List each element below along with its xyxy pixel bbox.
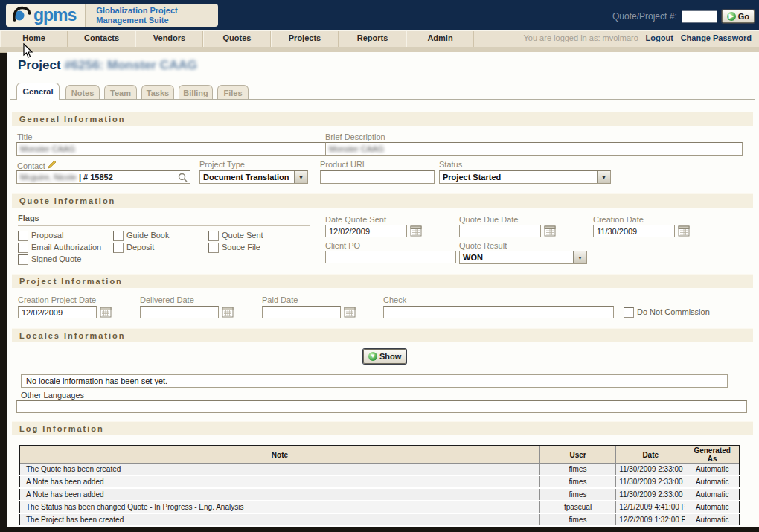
date-quote-sent-calendar-icon[interactable] bbox=[410, 225, 422, 237]
product-url-input[interactable] bbox=[320, 170, 435, 184]
quote-due-date-label: Quote Due Date bbox=[459, 215, 519, 224]
nav-item-home[interactable]: Home bbox=[0, 31, 68, 47]
app-title: Globalization Project Management Suite bbox=[85, 4, 218, 27]
tab-general[interactable]: General bbox=[16, 83, 60, 100]
title-input[interactable]: Monster CAAG bbox=[16, 142, 326, 156]
contact-input[interactable]: Mcguire, Nicole | # 15852 bbox=[16, 170, 190, 184]
section-log-information: Log Information bbox=[12, 421, 753, 435]
delivered-date-label: Delivered Date bbox=[140, 295, 194, 304]
tab-divider bbox=[10, 99, 755, 100]
top-banner: gpms Globalization Project Management Su… bbox=[0, 0, 759, 30]
tab-team[interactable]: Team bbox=[104, 85, 137, 100]
flag-email-authorization-label: Email Authorization bbox=[31, 243, 101, 251]
creation-project-date-calendar-icon[interactable] bbox=[100, 307, 112, 318]
nav-item-quotes[interactable]: Quotes bbox=[203, 31, 271, 47]
quote-result-dropdown-arrow-icon[interactable]: ▼ bbox=[573, 251, 586, 263]
edit-pencil-icon[interactable] bbox=[48, 160, 57, 170]
creation-date-input[interactable]: 11/30/2009 bbox=[593, 225, 675, 237]
log-generated-as: Automatic bbox=[685, 475, 740, 488]
quote-result-label: Quote Result bbox=[459, 241, 507, 250]
project-type-select[interactable]: Document Translation ▼ bbox=[199, 170, 308, 184]
log-date: 11/30/2009 2:33:00 PM bbox=[616, 488, 685, 501]
log-date: 11/30/2009 2:33:00 PM bbox=[616, 464, 685, 476]
status-dropdown-arrow-icon[interactable]: ▼ bbox=[597, 171, 610, 183]
log-generated-as: Automatic bbox=[685, 464, 740, 476]
quote-result-select[interactable]: WON ▼ bbox=[459, 251, 587, 264]
flag-guide-book-checkbox[interactable] bbox=[113, 231, 124, 241]
page-title: Project #6256: Monster CAAG bbox=[18, 58, 197, 73]
section-project-information: Project Information bbox=[12, 274, 753, 288]
log-note: The Project has been created bbox=[19, 513, 539, 526]
tab-tasks[interactable]: Tasks bbox=[141, 85, 174, 100]
brief-description-value: Monster CAAG bbox=[329, 144, 384, 153]
app-window: gpms Globalization Project Management Su… bbox=[0, 0, 759, 532]
paid-date-calendar-icon[interactable] bbox=[344, 307, 356, 318]
flag-souce-file-checkbox[interactable] bbox=[208, 243, 219, 253]
log-user: fimes bbox=[539, 488, 615, 501]
check-input[interactable] bbox=[383, 306, 614, 318]
section-quote-information: Quote Information bbox=[12, 193, 753, 208]
quote-project-input[interactable] bbox=[682, 10, 717, 23]
flag-email-authorization: Email Authorization bbox=[18, 243, 101, 253]
log-note: A Note has been added bbox=[19, 488, 539, 501]
brief-description-input[interactable]: Monster CAAG bbox=[325, 142, 743, 156]
flag-signed-quote-label: Signed Quote bbox=[31, 254, 81, 263]
delivered-date-calendar-icon[interactable] bbox=[222, 307, 234, 318]
show-icon: ▼ bbox=[368, 352, 377, 361]
date-quote-sent-input[interactable]: 12/02/2009 bbox=[325, 225, 407, 237]
nav-item-vendors[interactable]: Vendors bbox=[135, 31, 203, 47]
date-quote-sent-label: Date Quote Sent bbox=[325, 215, 386, 224]
creation-project-date-label: Creation Project Date bbox=[18, 295, 96, 304]
flag-quote-sent-checkbox[interactable] bbox=[208, 231, 219, 241]
flag-guide-book-label: Guide Book bbox=[126, 231, 169, 240]
date-quote-sent-value: 12/02/2009 bbox=[329, 227, 370, 236]
tab-notes[interactable]: Notes bbox=[65, 85, 100, 100]
log-col-user: User bbox=[539, 446, 615, 464]
go-button-label: Go bbox=[738, 12, 749, 21]
creation-project-date-input[interactable]: 12/02/2009 bbox=[18, 306, 97, 318]
flag-guide-book: Guide Book bbox=[113, 231, 169, 241]
page-title-redacted: #6256: Monster CAAG bbox=[64, 58, 197, 72]
client-po-input[interactable] bbox=[325, 251, 456, 263]
delivered-date-input[interactable] bbox=[140, 306, 219, 318]
quote-due-date-input[interactable] bbox=[459, 225, 541, 237]
flag-signed-quote-checkbox[interactable] bbox=[18, 254, 28, 265]
quote-due-date-calendar-icon[interactable] bbox=[544, 225, 556, 237]
client-po-label: Client PO bbox=[325, 241, 360, 250]
log-date: 11/30/2009 2:33:00 PM bbox=[616, 475, 685, 488]
show-button-label: Show bbox=[380, 352, 401, 361]
log-user: fimes bbox=[539, 513, 615, 526]
app-title-line2: Management Suite bbox=[96, 16, 208, 25]
log-table-row: The Status has been changed Quote - In P… bbox=[19, 501, 740, 513]
flag-proposal-checkbox[interactable] bbox=[18, 231, 28, 241]
other-languages-input[interactable] bbox=[16, 400, 747, 413]
logo: gpms bbox=[6, 4, 85, 27]
nav-item-contacts[interactable]: Contacts bbox=[68, 31, 135, 47]
paid-date-input[interactable] bbox=[262, 306, 341, 318]
creation-date-calendar-icon[interactable] bbox=[678, 225, 690, 237]
flag-deposit-checkbox[interactable] bbox=[113, 243, 124, 253]
nav-item-reports[interactable]: Reports bbox=[339, 31, 406, 47]
page-title-prefix: Project bbox=[18, 58, 61, 72]
log-note: The Status has been changed Quote - In P… bbox=[19, 501, 539, 513]
change-password-link[interactable]: Change Password bbox=[681, 33, 752, 42]
contact-number: | # 15852 bbox=[79, 173, 113, 182]
go-button[interactable]: ▶ Go bbox=[722, 10, 755, 23]
contact-name-redacted: Mcguire, Nicole bbox=[20, 173, 77, 182]
login-status-text: You are logged in as: mvolmaro - bbox=[524, 33, 644, 42]
logout-link[interactable]: Logout bbox=[646, 33, 673, 42]
nav-item-projects[interactable]: Projects bbox=[271, 31, 339, 47]
contact-search-icon[interactable] bbox=[178, 173, 188, 184]
nav-item-admin[interactable]: Admin bbox=[406, 31, 474, 47]
tab-billing[interactable]: Billing bbox=[179, 85, 213, 100]
log-table-header-row: Note User Date Generated As bbox=[19, 446, 740, 464]
tab-files[interactable]: Files bbox=[217, 85, 249, 100]
login-status: You are logged in as: mvolmaro - Logout … bbox=[474, 31, 759, 47]
flags-label: Flags bbox=[18, 214, 39, 222]
show-button[interactable]: ▼ Show bbox=[363, 349, 406, 364]
status-select[interactable]: Project Started ▼ bbox=[439, 170, 611, 184]
project-type-dropdown-arrow-icon[interactable]: ▼ bbox=[294, 171, 307, 183]
contact-label-text: Contact bbox=[17, 161, 45, 170]
flag-email-authorization-checkbox[interactable] bbox=[18, 243, 28, 253]
do-not-commission-checkbox[interactable] bbox=[624, 307, 634, 318]
